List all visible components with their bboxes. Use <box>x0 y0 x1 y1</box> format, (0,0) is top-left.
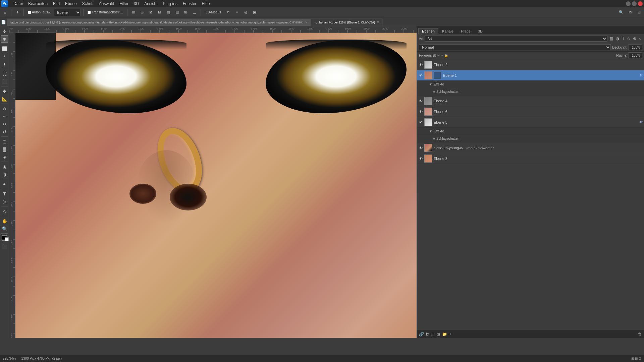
layer-fx-btn[interactable]: fx <box>426 332 429 337</box>
blur-tool[interactable]: ◉ <box>1 163 8 170</box>
canvas-area[interactable] <box>15 33 417 338</box>
menu-ansicht[interactable]: Ansicht <box>142 1 160 7</box>
eraser-tool[interactable]: ◻ <box>1 138 8 145</box>
tab-main-close[interactable]: × <box>305 20 307 24</box>
more-options-btn[interactable]: ... <box>191 9 198 16</box>
layer-visibility-ebene2[interactable]: 👁 <box>418 62 423 67</box>
fx-shadow-name-ebene5[interactable]: Schlagschatten <box>436 137 459 140</box>
filter-adj-icon[interactable]: ◑ <box>615 36 620 41</box>
rotate-3d-btn[interactable]: ↺ <box>225 9 232 16</box>
window-minimize[interactable] <box>626 1 631 6</box>
layer-group-btn[interactable]: 📁 <box>442 332 447 337</box>
align-top-btn[interactable]: ⊡ <box>156 9 163 16</box>
layer-visibility-ebene6[interactable]: 👁 <box>418 109 423 114</box>
lock-all-btn[interactable]: 🔒 <box>444 54 448 57</box>
layer-link-btn[interactable]: 🔗 <box>419 332 424 337</box>
magic-wand-tool[interactable]: ✦ <box>1 60 8 68</box>
effects-toggle-ebene1[interactable]: ▼ <box>429 82 432 86</box>
select-rect-tool[interactable]: ⬜ <box>1 45 8 52</box>
ruler-tool[interactable]: 📐 <box>1 95 8 103</box>
eyedropper-tool[interactable]: ✥ <box>1 87 8 95</box>
auto-select-button[interactable]: Auton. ausw. <box>26 9 53 16</box>
tab-active-close[interactable]: × <box>377 20 379 24</box>
path-select-tool[interactable]: ▷ <box>1 198 8 205</box>
layer-item-ebene4[interactable]: 👁 Ebene 4 <box>417 96 644 106</box>
lasso-tool[interactable]: ⌇ <box>1 53 8 60</box>
layer-item-ebene6[interactable]: 👁 Ebene 6 <box>417 106 644 117</box>
layer-visibility-ebene5[interactable]: 👁 <box>418 120 423 125</box>
transform-button[interactable]: Transformationsstri... <box>86 9 125 16</box>
arrange-btn[interactable]: ⧉ <box>627 9 634 16</box>
clone-tool[interactable]: ✂ <box>1 120 8 128</box>
align-bottom-btn[interactable]: ▥ <box>173 9 181 16</box>
tab-main-file[interactable]: tattoo und piercings.psdc bei 13,8% (clo… <box>7 18 311 26</box>
align-left-btn[interactable]: ⊞ <box>130 9 137 16</box>
layer-item-ebene3[interactable]: 👁 Ebene 3 <box>417 153 644 164</box>
layer-type-filter[interactable]: Art <box>425 36 608 42</box>
tab-active-file[interactable]: Unbenannt-1 bei 225% (Ebene 6, CMYK/8#) … <box>312 18 382 26</box>
menu-fenster[interactable]: Fenster <box>180 1 199 7</box>
workspace-btn[interactable]: ⊞ <box>635 9 643 16</box>
crop-tool[interactable]: ⛶ <box>1 70 8 77</box>
layer-visibility-ebene3[interactable]: 👁 <box>418 156 423 161</box>
layer-visibility-ebene4[interactable]: 👁 <box>418 99 423 103</box>
menu-hilfe[interactable]: Hilfe <box>199 1 213 7</box>
window-maximize[interactable] <box>632 1 637 6</box>
filter-smart-icon[interactable]: ⊕ <box>632 36 637 41</box>
frame-tool[interactable]: ⬛ <box>1 78 8 85</box>
layer-visibility-ebene1[interactable]: 👁 <box>418 73 423 78</box>
history-brush-tool[interactable]: ↺ <box>1 128 8 135</box>
filter-pixel-icon[interactable]: ▩ <box>609 36 614 41</box>
3d-mode-btn[interactable]: 3D-Modus <box>203 9 223 16</box>
menu-3d[interactable]: 3D <box>131 1 142 7</box>
lock-artboard-btn[interactable]: ↔ <box>440 54 443 57</box>
layer-select[interactable]: Ebene <box>54 9 81 16</box>
flache-input[interactable] <box>629 52 642 58</box>
filter-text-icon[interactable]: T <box>621 36 625 41</box>
layer-item-ebene1[interactable]: 👁 Ebene 1 fx <box>417 70 644 81</box>
layer-item-ebene5[interactable]: 👁 Ebene 5 fx <box>417 117 644 128</box>
menu-bild[interactable]: Bild <box>50 1 62 7</box>
filter-toggle[interactable]: ○ <box>638 36 642 41</box>
menu-datei[interactable]: Datei <box>11 1 25 7</box>
transform-checkbox[interactable] <box>88 11 91 14</box>
menu-filter[interactable]: Filter <box>117 1 131 7</box>
spot-heal-tool[interactable]: ⊙ <box>1 105 8 112</box>
menu-plugins[interactable]: Plug-ins <box>160 1 180 7</box>
tab-kanale[interactable]: Kanäle <box>438 28 457 34</box>
gradient-tool[interactable]: ▓ <box>1 145 8 153</box>
blend-mode-select[interactable]: Normal <box>419 44 611 50</box>
fill-tool[interactable]: ◈ <box>1 153 8 161</box>
lock-pos-btn[interactable]: ✏ <box>437 54 439 57</box>
menu-bearbeiten[interactable]: Bearbeiten <box>25 1 50 7</box>
hand-tool[interactable]: ✋ <box>1 217 8 225</box>
foreground-color[interactable] <box>2 235 7 241</box>
3d-obj-btn[interactable]: ◎ <box>242 9 250 16</box>
tool-mode-button[interactable]: ✛ <box>14 9 21 16</box>
screen-mode-btn[interactable]: ⬛ <box>1 243 8 250</box>
layer-delete-btn[interactable]: 🗑 <box>638 332 642 337</box>
filter-shape-icon[interactable]: ◇ <box>627 36 631 41</box>
tab-ebenen[interactable]: Ebenen <box>418 28 438 34</box>
brush-tool[interactable]: ✏ <box>1 113 8 120</box>
effects-toggle-ebene5[interactable]: ▼ <box>429 129 432 133</box>
window-close[interactable] <box>638 1 643 6</box>
align-right-btn[interactable]: ⊠ <box>147 9 155 16</box>
tab-3d[interactable]: 3D <box>474 28 486 34</box>
layer-mask-btn[interactable]: ⬚ <box>431 332 435 337</box>
layer-new-btn[interactable]: + <box>449 332 451 337</box>
shape-tool[interactable]: ◇ <box>1 207 8 215</box>
auto-select-checkbox[interactable] <box>28 11 31 14</box>
zoom-tool[interactable]: 🔍 <box>1 225 8 232</box>
align-center-btn[interactable]: ⊟ <box>139 9 146 16</box>
dodge-tool[interactable]: ◑ <box>1 171 8 178</box>
pen-tool[interactable]: ✒ <box>1 180 8 188</box>
layer-visibility-bg[interactable]: 👁 <box>418 145 423 150</box>
tab-pfade[interactable]: Pfade <box>457 28 474 34</box>
3d-light-btn[interactable]: ✦ <box>233 9 241 16</box>
menu-schrift[interactable]: Schrift <box>79 1 96 7</box>
menu-ebene[interactable]: Ebene <box>62 1 79 7</box>
lock-pixel-btn[interactable]: ▩ <box>433 54 436 57</box>
home-button[interactable]: ⌂ <box>1 9 9 16</box>
opacity-input[interactable] <box>629 44 642 50</box>
